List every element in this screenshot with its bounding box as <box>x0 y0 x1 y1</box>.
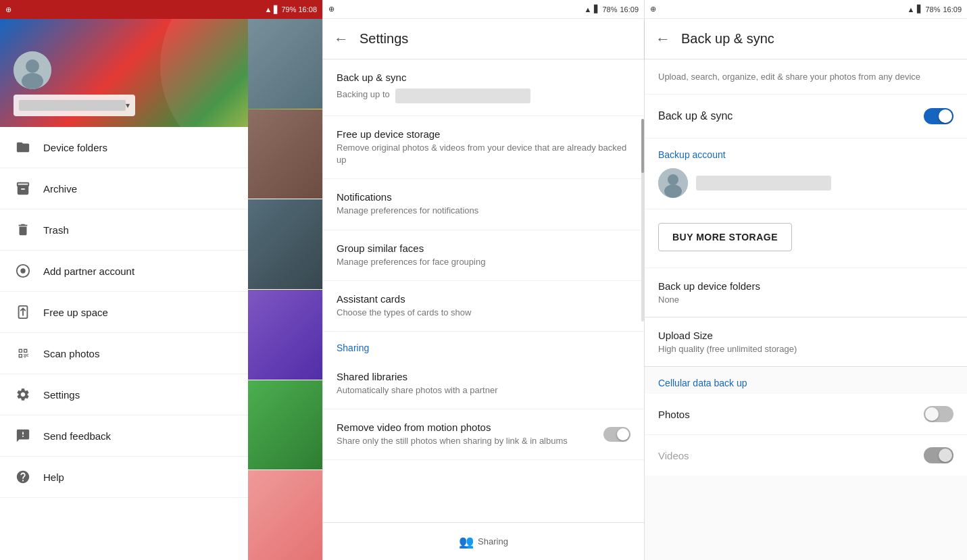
backup-sync-toggle-row[interactable]: Back up & sync <box>645 95 967 138</box>
avatar[interactable] <box>14 51 51 89</box>
signal-icon-3: ▋ <box>917 5 922 14</box>
backing-up-to-label: Backing up to <box>337 88 390 101</box>
settings-item-shared-libraries[interactable]: Shared libraries Automatically share pho… <box>323 359 644 409</box>
account-name-placeholder <box>19 100 126 111</box>
upload-size-section[interactable]: Upload Size High quality (free unlimited… <box>645 317 967 367</box>
backup-sync-toggle-label: Back up & sync <box>658 110 733 122</box>
upload-size-title: Upload Size <box>658 330 953 341</box>
free-storage-title: Free up device storage <box>337 128 630 140</box>
settings-item-assistant-cards[interactable]: Assistant cards Choose the types of card… <box>323 281 644 332</box>
photo-strip <box>248 19 322 560</box>
battery-status-2: 78% <box>602 5 617 14</box>
photos-toggle-knob <box>925 407 939 421</box>
svg-point-1 <box>26 59 39 73</box>
backup-device-folders-section[interactable]: Back up device folders None <box>645 268 967 317</box>
account-avatar-icon <box>658 168 688 198</box>
svg-point-7 <box>668 174 678 185</box>
toggle-knob <box>617 428 629 440</box>
help-icon <box>14 467 32 486</box>
settings-item-free-storage[interactable]: Free up device storage Remove original p… <box>323 116 644 179</box>
backup-sync-toggle[interactable] <box>924 108 953 124</box>
assistant-cards-title: Assistant cards <box>337 293 630 305</box>
app-icon-status: ⊕ <box>5 5 11 14</box>
videos-toggle[interactable] <box>924 447 953 463</box>
photo-thumb-5 <box>248 380 322 470</box>
account-name-bar[interactable]: ▾ <box>14 95 135 116</box>
backup-account-section: Backup account <box>645 138 967 209</box>
backup-sync-title: Back up & sync <box>681 31 774 47</box>
svg-point-2 <box>22 73 43 89</box>
svg-point-8 <box>664 184 682 198</box>
backup-sync-description: Upload, search, organize, edit & share y… <box>658 72 920 82</box>
free-storage-subtitle: Remove original photos & videos from you… <box>337 142 630 166</box>
settings-item-remove-video[interactable]: Remove video from motion photos Share on… <box>323 409 644 460</box>
battery-status-3: 78% <box>925 5 940 14</box>
time-panel3: 16:09 <box>943 5 962 14</box>
backup-folders-sub: None <box>658 295 953 305</box>
buy-storage-section: BUY MORE STORAGE <box>645 209 967 268</box>
status-bar-panel1: ⊕ ▲ ▋ 79% 16:08 <box>0 0 322 19</box>
settings-item-group-faces[interactable]: Group similar faces Manage preferences f… <box>323 230 644 281</box>
free-space-icon <box>14 303 32 322</box>
account-name-display <box>696 176 831 190</box>
backup-sync-panel: ⊕ ▲ ▋ 78% 16:09 ← Back up & sync Upload,… <box>645 0 967 560</box>
settings-panel: ⊕ ▲ ▋ 78% 16:09 ← Settings Back up & syn… <box>323 0 645 560</box>
scrollbar-track <box>641 119 644 322</box>
upload-size-sub: High quality (free unlimited storage) <box>658 344 953 354</box>
sharing-bottom-bar[interactable]: 👥 Sharing <box>323 522 644 560</box>
photo-thumb-6 <box>248 470 322 560</box>
photos-toggle[interactable] <box>924 406 953 422</box>
sharing-bottom-icon: 👥 <box>459 534 474 549</box>
sharing-bottom-label: Sharing <box>478 536 508 546</box>
settings-icon <box>14 385 32 404</box>
photo-thumb-2 <box>248 109 322 199</box>
backup-sync-back-button[interactable]: ← <box>655 30 670 48</box>
settings-item-backup-sync[interactable]: Back up & sync Backing up to <box>323 59 644 116</box>
notifications-subtitle: Manage preferences for notifications <box>337 205 630 217</box>
scan-photos-icon <box>14 344 32 363</box>
shared-libraries-title: Shared libraries <box>337 371 630 382</box>
videos-toggle-knob <box>939 449 952 462</box>
status-bar-panel2: ⊕ ▲ ▋ 78% 16:09 <box>323 0 644 19</box>
remove-video-title: Remove video from motion photos <box>337 422 595 433</box>
archive-icon <box>14 179 32 198</box>
backup-progress-bar <box>395 88 530 103</box>
backup-sync-top-bar: ← Back up & sync <box>645 19 967 59</box>
wifi-icon: ▲ <box>265 5 272 14</box>
time-panel2: 16:09 <box>620 5 639 14</box>
group-faces-title: Group similar faces <box>337 243 630 254</box>
status-bar-panel3: ⊕ ▲ ▋ 78% 16:09 <box>645 0 967 19</box>
photo-thumb-4 <box>248 290 322 380</box>
scrollbar-thumb <box>641 119 644 173</box>
backup-account-label: Backup account <box>658 149 953 160</box>
cellular-section-label: Cellular data back up <box>645 367 967 394</box>
remove-video-subtitle: Share only the still photos when sharing… <box>337 435 595 447</box>
avatar-section: ▾ <box>14 51 135 116</box>
sharing-section-label: Sharing <box>323 332 644 359</box>
settings-back-button[interactable]: ← <box>334 30 349 48</box>
signal-icon: ▋ <box>274 5 279 14</box>
notifications-icon-status3: ⊕ <box>650 5 656 13</box>
wifi-icon-3: ▲ <box>908 5 915 14</box>
shared-libraries-subtitle: Automatically share photos with a partne… <box>337 384 630 397</box>
battery-status: 79% <box>281 5 296 14</box>
group-faces-subtitle: Manage preferences for face grouping <box>337 256 630 268</box>
notifications-icon-status: ⊕ <box>328 5 334 13</box>
photos-cellular-row[interactable]: Photos <box>645 394 967 435</box>
videos-cellular-label: Videos <box>658 450 689 461</box>
buy-more-storage-button[interactable]: BUY MORE STORAGE <box>658 223 792 251</box>
videos-cellular-row[interactable]: Videos <box>645 435 967 476</box>
avatar-icon <box>14 51 51 89</box>
notifications-title: Notifications <box>337 191 630 203</box>
settings-item-notifications[interactable]: Notifications Manage preferences for not… <box>323 179 644 230</box>
dropdown-arrow-icon: ▾ <box>126 101 130 110</box>
photo-thumb-3 <box>248 199 322 289</box>
account-avatar-small <box>658 168 688 198</box>
signal-icon-2: ▋ <box>594 5 599 14</box>
side-drawer: ⊕ ▲ ▋ 79% 16:08 ▾ <box>0 0 323 560</box>
partner-icon <box>14 261 32 280</box>
backup-account-row[interactable] <box>658 168 953 198</box>
assistant-cards-subtitle: Choose the types of cards to show <box>337 307 630 319</box>
remove-video-toggle[interactable] <box>603 427 630 442</box>
wifi-icon-2: ▲ <box>585 5 592 14</box>
